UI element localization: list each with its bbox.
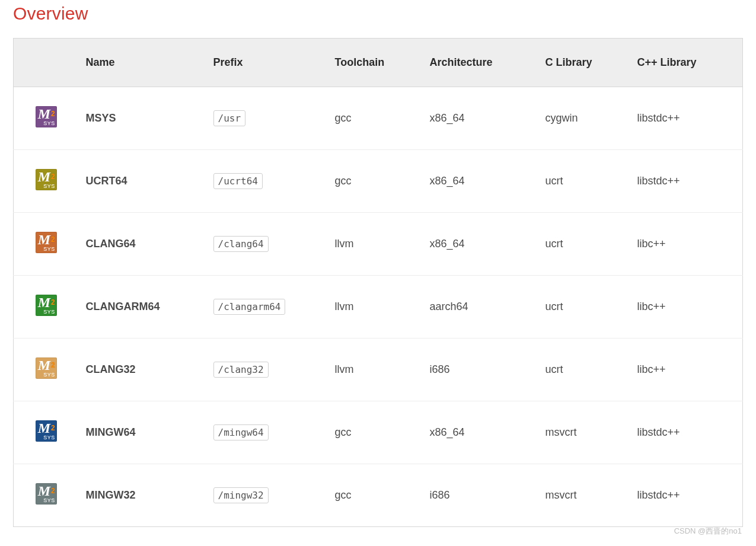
env-architecture: x86_64: [423, 213, 538, 276]
env-prefix-cell: /ucrt64: [206, 150, 328, 213]
env-prefix: /usr: [213, 110, 246, 126]
env-architecture: x86_64: [423, 401, 538, 464]
env-c-library: ucrt: [538, 150, 630, 213]
env-cpp-library: libstdc++: [630, 464, 743, 527]
table-row: M2SYSCLANG64/clang64llvmx86_64ucrtlibc++: [14, 213, 743, 276]
env-icon-cell: M2SYS: [14, 464, 79, 527]
env-c-library: cygwin: [538, 87, 630, 150]
env-toolchain: gcc: [328, 150, 423, 213]
env-name: MINGW64: [79, 401, 206, 464]
msys2-icon: M2SYS: [36, 232, 57, 253]
env-name: MINGW32: [79, 464, 206, 527]
env-toolchain: gcc: [328, 464, 423, 527]
env-prefix: /clang32: [213, 362, 269, 378]
env-prefix: /mingw64: [213, 424, 269, 440]
col-header-cpp-library: C++ Library: [630, 39, 743, 87]
env-icon-cell: M2SYS: [14, 87, 79, 150]
env-prefix: /ucrt64: [213, 173, 263, 189]
env-prefix-cell: /clangarm64: [206, 276, 328, 339]
env-c-library: ucrt: [538, 339, 630, 401]
env-architecture: i686: [423, 339, 538, 401]
env-prefix-cell: /mingw64: [206, 401, 328, 464]
table-row: M2SYSCLANGARM64/clangarm64llvmaarch64ucr…: [14, 276, 743, 339]
env-name: MSYS: [79, 87, 206, 150]
env-prefix-cell: /clang64: [206, 213, 328, 276]
col-header-icon: [14, 39, 79, 87]
col-header-c-library: C Library: [538, 39, 630, 87]
col-header-prefix: Prefix: [206, 39, 328, 87]
env-name: CLANG64: [79, 213, 206, 276]
env-toolchain: llvm: [328, 276, 423, 339]
env-toolchain: llvm: [328, 213, 423, 276]
msys2-icon: M2SYS: [36, 106, 57, 127]
env-architecture: x86_64: [423, 87, 538, 150]
msys2-icon: M2SYS: [36, 483, 57, 505]
msys2-icon: M2SYS: [36, 295, 57, 316]
env-icon-cell: M2SYS: [14, 150, 79, 213]
env-icon-cell: M2SYS: [14, 276, 79, 339]
msys2-icon: M2SYS: [36, 357, 57, 379]
env-cpp-library: libstdc++: [630, 150, 743, 213]
env-cpp-library: libstdc++: [630, 401, 743, 464]
attribution-text: CSDN @西晋的no1: [674, 526, 742, 537]
table-row: M2SYSMINGW32/mingw32gcci686msvcrtlibstdc…: [14, 464, 743, 527]
table-row: M2SYSCLANG32/clang32llvmi686ucrtlibc++: [14, 339, 743, 401]
env-prefix: /clang64: [213, 236, 269, 252]
env-prefix: /mingw32: [213, 487, 269, 503]
env-prefix-cell: /mingw32: [206, 464, 328, 527]
page-title: Overview: [13, 4, 743, 24]
table-row: M2SYSMINGW64/mingw64gccx86_64msvcrtlibst…: [14, 401, 743, 464]
col-header-name: Name: [79, 39, 206, 87]
env-toolchain: llvm: [328, 339, 423, 401]
env-cpp-library: libc++: [630, 213, 743, 276]
col-header-toolchain: Toolchain: [328, 39, 423, 87]
env-prefix-cell: /clang32: [206, 339, 328, 401]
msys2-icon: M2SYS: [36, 169, 57, 190]
msys2-icon: M2SYS: [36, 420, 57, 442]
env-prefix-cell: /usr: [206, 87, 328, 150]
table-header-row: Name Prefix Toolchain Architecture C Lib…: [14, 39, 743, 87]
env-name: CLANGARM64: [79, 276, 206, 339]
env-cpp-library: libc++: [630, 276, 743, 339]
env-prefix: /clangarm64: [213, 299, 286, 315]
env-cpp-library: libstdc++: [630, 87, 743, 150]
env-architecture: x86_64: [423, 150, 538, 213]
env-c-library: ucrt: [538, 276, 630, 339]
env-architecture: aarch64: [423, 276, 538, 339]
env-cpp-library: libc++: [630, 339, 743, 401]
env-icon-cell: M2SYS: [14, 213, 79, 276]
env-name: UCRT64: [79, 150, 206, 213]
env-c-library: msvcrt: [538, 464, 630, 527]
env-icon-cell: M2SYS: [14, 401, 79, 464]
env-c-library: ucrt: [538, 213, 630, 276]
env-toolchain: gcc: [328, 87, 423, 150]
env-icon-cell: M2SYS: [14, 339, 79, 401]
env-name: CLANG32: [79, 339, 206, 401]
environments-table: Name Prefix Toolchain Architecture C Lib…: [13, 38, 743, 527]
col-header-architecture: Architecture: [423, 39, 538, 87]
env-architecture: i686: [423, 464, 538, 527]
env-toolchain: gcc: [328, 401, 423, 464]
table-row: M2SYSMSYS/usrgccx86_64cygwinlibstdc++: [14, 87, 743, 150]
env-c-library: msvcrt: [538, 401, 630, 464]
table-row: M2SYSUCRT64/ucrt64gccx86_64ucrtlibstdc++: [14, 150, 743, 213]
